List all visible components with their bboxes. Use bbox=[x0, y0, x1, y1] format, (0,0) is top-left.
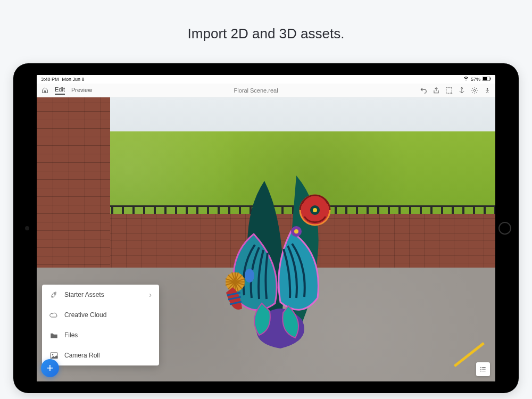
menu-item-label: Camera Roll bbox=[64, 352, 152, 359]
svg-point-5 bbox=[461, 87, 463, 89]
svg-point-13 bbox=[294, 229, 298, 234]
menu-files[interactable]: Files bbox=[42, 325, 159, 345]
svg-point-7 bbox=[487, 88, 488, 89]
menu-item-label: Creative Cloud bbox=[64, 311, 152, 319]
list-panel-button[interactable] bbox=[476, 362, 490, 376]
tablet-camera bbox=[25, 226, 29, 230]
select-icon[interactable] bbox=[445, 87, 453, 94]
svg-point-17 bbox=[52, 354, 53, 355]
page-headline: Import 2D and 3D assets. bbox=[188, 26, 345, 42]
svg-point-19 bbox=[480, 369, 481, 370]
creative-cloud-icon bbox=[49, 311, 58, 319]
menu-creative-cloud[interactable]: Creative Cloud bbox=[42, 305, 159, 325]
svg-rect-2 bbox=[483, 77, 487, 80]
svg-point-18 bbox=[480, 367, 481, 368]
tablet-home-button[interactable] bbox=[498, 222, 511, 235]
status-bar: 3:40 PM Mon Jun 8 57% bbox=[37, 75, 495, 84]
menu-camera-roll[interactable]: Camera Roll bbox=[42, 345, 159, 365]
undo-icon[interactable] bbox=[420, 87, 427, 94]
object-icon[interactable] bbox=[484, 87, 491, 94]
share-icon[interactable] bbox=[433, 87, 440, 94]
wifi-icon bbox=[463, 77, 469, 82]
svg-point-15 bbox=[245, 269, 254, 282]
tab-preview[interactable]: Preview bbox=[71, 87, 92, 94]
app-toolbar: Edit Preview Floral Scene.real bbox=[37, 84, 495, 97]
tab-edit[interactable]: Edit bbox=[55, 86, 65, 95]
svg-rect-3 bbox=[491, 78, 491, 80]
svg-point-6 bbox=[473, 89, 476, 92]
svg-point-0 bbox=[466, 80, 467, 81]
document-title: Floral Scene.real bbox=[98, 87, 413, 94]
menu-item-label: Starter Assets bbox=[64, 291, 143, 298]
folder-icon bbox=[49, 331, 58, 339]
menu-starter-assets[interactable]: Starter Assets › bbox=[42, 285, 159, 305]
chevron-right-icon: › bbox=[149, 290, 152, 299]
home-icon[interactable] bbox=[41, 87, 48, 94]
status-time: 3:40 PM bbox=[41, 77, 59, 82]
gear-icon[interactable] bbox=[471, 87, 478, 94]
svg-point-20 bbox=[480, 371, 481, 372]
battery-percent: 57% bbox=[471, 77, 480, 82]
ar-canvas[interactable]: Starter Assets › Creative Cloud Files bbox=[37, 97, 495, 381]
anchor-icon[interactable] bbox=[458, 87, 466, 94]
rocket-icon bbox=[49, 290, 58, 299]
import-menu: Starter Assets › Creative Cloud Files bbox=[42, 285, 159, 365]
svg-point-11 bbox=[313, 208, 317, 212]
app-screen: 3:40 PM Mon Jun 8 57% Edit Preview bbox=[37, 75, 495, 381]
floral-asset[interactable] bbox=[211, 160, 350, 351]
list-icon bbox=[479, 365, 487, 373]
tablet-frame: 3:40 PM Mon Jun 8 57% Edit Preview bbox=[13, 63, 519, 393]
image-icon bbox=[49, 351, 58, 360]
menu-item-label: Files bbox=[64, 331, 152, 339]
add-button[interactable]: + bbox=[41, 359, 59, 377]
status-date: Mon Jun 8 bbox=[62, 77, 85, 82]
battery-icon bbox=[483, 77, 491, 82]
